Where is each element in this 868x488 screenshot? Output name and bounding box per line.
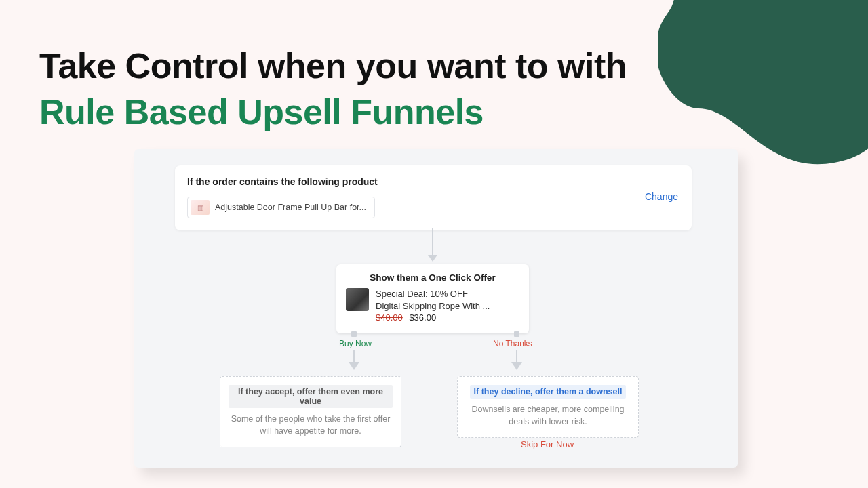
decline-outcome-heading: If they decline, offer them a downsell [470, 385, 627, 399]
offer-details: Special Deal: 10% OFF Digital Skipping R… [376, 288, 490, 324]
arrow-down-icon [347, 350, 361, 370]
arrow-down-icon [510, 350, 524, 370]
trigger-condition-card: If the order contains the following prod… [175, 165, 692, 230]
offer-thumbnail-icon [346, 288, 369, 311]
branch-node-accept [351, 331, 357, 337]
accept-outcome-heading: If they accept, offer them even more val… [229, 385, 393, 408]
headline-line2: Rule Based Upsell Funnels [39, 91, 484, 133]
arrow-down-icon [426, 228, 439, 262]
trigger-product-name: Adjustable Door Frame Pull Up Bar for... [215, 203, 366, 212]
change-trigger-link[interactable]: Change [645, 191, 678, 202]
add-downsell-card[interactable]: If they decline, offer them a downsell D… [457, 376, 639, 438]
trigger-product-chip[interactable]: ▥ Adjustable Door Frame Pull Up Bar for.… [187, 197, 375, 218]
branch-accept-label: Buy Now [339, 339, 372, 348]
offer-product-name: Digital Skipping Rope With ... [376, 300, 490, 312]
offer-price-old: $40.00 [376, 312, 403, 323]
offer-title: Show them a One Click Offer [346, 272, 519, 283]
skip-for-now-link[interactable]: Skip For Now [521, 439, 574, 449]
branch-decline-label: No Thanks [493, 339, 532, 348]
branch-node-decline [514, 331, 519, 337]
funnel-builder-panel: If the order contains the following prod… [134, 149, 738, 468]
accept-outcome-desc: Some of the people who take the first of… [229, 413, 393, 437]
product-thumbnail-icon: ▥ [191, 200, 210, 215]
add-upsell-card[interactable]: If they accept, offer them even more val… [220, 376, 401, 447]
headline-line1: Take Control when you want to with [39, 46, 627, 85]
page-headline: Take Control when you want to with Rule … [39, 45, 627, 134]
one-click-offer-card[interactable]: Show them a One Click Offer Special Deal… [336, 264, 529, 333]
offer-deal-label: Special Deal: 10% OFF [376, 288, 490, 300]
decline-outcome-desc: Downsells are cheaper, more compelling d… [466, 404, 630, 428]
offer-price-new: $36.00 [409, 312, 436, 323]
trigger-title: If the order contains the following prod… [187, 176, 679, 187]
